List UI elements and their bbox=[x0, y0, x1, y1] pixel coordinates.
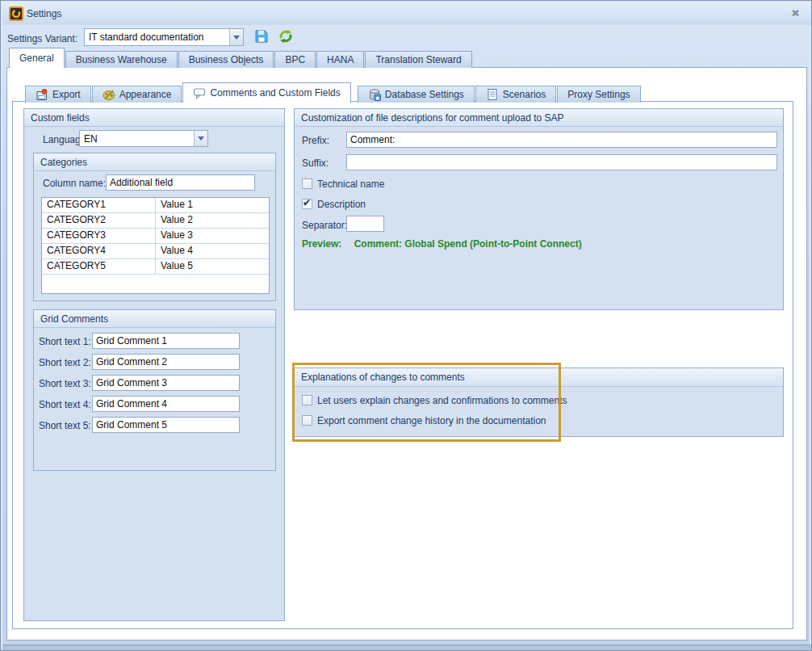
categories-group-title: Categories bbox=[34, 153, 275, 171]
tab-comments-and-custom-fields[interactable]: Comments and Custom Fields bbox=[182, 82, 350, 103]
chevron-down-icon bbox=[233, 36, 240, 40]
table-row[interactable]: CATEGORY5 Value 5 bbox=[42, 259, 269, 275]
tab-business-warehouse[interactable]: Business Warehouse bbox=[65, 51, 178, 68]
short-text-1-input[interactable] bbox=[92, 333, 240, 349]
palette-icon bbox=[103, 88, 115, 101]
language-dropdown-button[interactable] bbox=[194, 131, 207, 146]
table-row[interactable]: CATEGORY2 Value 2 bbox=[42, 213, 269, 229]
column-name-label: Column name: bbox=[43, 178, 106, 189]
short-text-5-input[interactable] bbox=[92, 417, 240, 433]
technical-name-label: Technical name bbox=[317, 178, 384, 190]
close-icon[interactable]: ✖ bbox=[791, 7, 800, 19]
window-bottom-edge bbox=[2, 645, 811, 650]
language-select[interactable]: EN bbox=[79, 130, 208, 147]
separator-label: Separator: bbox=[302, 220, 347, 231]
short-text-2-label: Short text 2: bbox=[39, 357, 90, 368]
separator-input[interactable] bbox=[346, 216, 384, 232]
short-text-3-input[interactable] bbox=[92, 375, 240, 391]
suffix-label: Suffix: bbox=[302, 158, 329, 169]
settings-variant-dropdown-button[interactable] bbox=[229, 29, 243, 45]
tab-export[interactable]: Export bbox=[25, 86, 91, 103]
column-name-input[interactable] bbox=[106, 174, 255, 191]
save-variant-button[interactable] bbox=[253, 28, 270, 44]
title-bar: Settings ✖ bbox=[2, 2, 811, 25]
settings-window: Settings ✖ Settings Variant: IT standard… bbox=[0, 0, 812, 651]
tab-scenarios[interactable]: Scenarios bbox=[475, 86, 556, 103]
short-text-1-label: Short text 1: bbox=[39, 336, 90, 347]
explain-changes-checkbox[interactable] bbox=[302, 395, 312, 405]
short-text-3-label: Short text 3: bbox=[39, 378, 90, 389]
short-text-4-input[interactable] bbox=[92, 396, 240, 412]
description-label: Description bbox=[317, 199, 366, 210]
custom-fields-group-title: Custom fields bbox=[24, 109, 284, 127]
technical-name-checkbox[interactable] bbox=[302, 178, 312, 189]
grid-comments-group-title: Grid Comments bbox=[34, 310, 275, 328]
settings-variant-select[interactable]: IT standard documentation bbox=[84, 28, 244, 46]
export-history-checkbox[interactable] bbox=[302, 415, 312, 426]
tab-proxy-settings[interactable]: Proxy Settings bbox=[557, 86, 640, 103]
export-icon bbox=[36, 88, 48, 101]
preview-value: Comment: Global Spend (Point-to-Point Co… bbox=[354, 238, 582, 250]
tab-translation-steward[interactable]: Translation Steward bbox=[365, 51, 471, 68]
database-icon bbox=[368, 88, 381, 101]
tab-appearance[interactable]: Appearance bbox=[92, 86, 182, 103]
settings-variant-label: Settings Variant: bbox=[7, 33, 77, 44]
comment-bubble-icon bbox=[193, 86, 206, 99]
window-title: Settings bbox=[27, 8, 61, 19]
refresh-icon[interactable] bbox=[278, 28, 294, 44]
short-text-5-label: Short text 5: bbox=[39, 420, 90, 431]
description-checkbox[interactable]: ✔ bbox=[302, 199, 312, 209]
main-tab-strip: General Business Warehouse Business Obje… bbox=[9, 48, 473, 68]
prefix-label: Prefix: bbox=[302, 135, 329, 146]
settings-variant-value: IT standard documentation bbox=[85, 32, 229, 43]
suffix-input[interactable] bbox=[346, 154, 777, 170]
preview-row: Preview: Comment: Global Spend (Point-to… bbox=[302, 238, 582, 250]
tab-database-settings[interactable]: Database Settings bbox=[358, 86, 475, 103]
tab-business-objects[interactable]: Business Objects bbox=[178, 51, 274, 68]
prefix-input[interactable] bbox=[346, 132, 777, 148]
table-row[interactable]: CATEGORY1 Value 1 bbox=[42, 198, 269, 213]
tab-general[interactable]: General bbox=[9, 48, 65, 68]
preview-label: Preview: bbox=[302, 238, 341, 250]
explanations-group-title: Explanations of changes to comments bbox=[295, 368, 783, 387]
short-text-4-label: Short text 4: bbox=[39, 399, 90, 410]
sub-tab-strip: Export Appearance Comments and Custom Fi… bbox=[25, 82, 642, 103]
tab-hana[interactable]: HANA bbox=[316, 51, 364, 68]
table-row[interactable]: CATEGORY4 Value 4 bbox=[42, 244, 269, 259]
chevron-down-icon bbox=[198, 136, 204, 141]
app-logo-icon bbox=[9, 6, 23, 21]
explain-changes-label: Let users explain changes and confirmati… bbox=[317, 395, 567, 406]
short-text-2-input[interactable] bbox=[92, 354, 240, 370]
tab-bpc[interactable]: BPC bbox=[274, 51, 316, 68]
document-icon bbox=[486, 88, 499, 101]
language-value: EN bbox=[80, 133, 194, 145]
customization-group-title: Customization of file descriptions for c… bbox=[295, 109, 783, 127]
table-row[interactable]: CATEGORY3 Value 3 bbox=[42, 229, 269, 244]
check-icon: ✔ bbox=[303, 197, 311, 208]
categories-table[interactable]: CATEGORY1 Value 1 CATEGORY2 Value 2 CATE… bbox=[41, 197, 270, 294]
export-history-label: Export comment change history in the doc… bbox=[317, 415, 546, 426]
